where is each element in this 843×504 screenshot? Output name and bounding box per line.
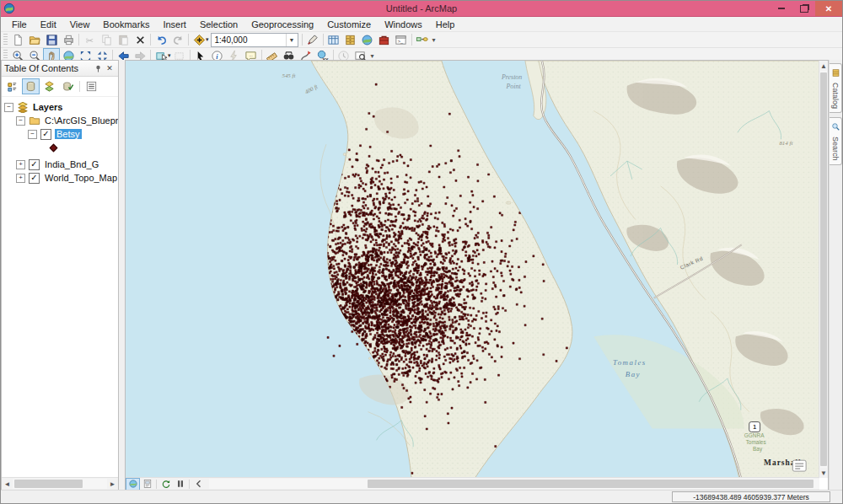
- toolbar-separator: [302, 34, 303, 46]
- list-by-selection-button[interactable]: [59, 78, 77, 94]
- panel-splitter[interactable]: [119, 60, 125, 491]
- side-tab-label: Search: [831, 137, 840, 161]
- collapse-icon[interactable]: −: [4, 103, 13, 112]
- menu-file[interactable]: File: [5, 19, 34, 30]
- copy-icon: [100, 34, 113, 46]
- menu-view[interactable]: View: [63, 19, 97, 30]
- map-horizontal-scrollbar[interactable]: [209, 479, 819, 489]
- point-symbol-swatch[interactable]: [50, 143, 58, 152]
- editor-toolbar-icon: [306, 34, 319, 46]
- expand-icon[interactable]: +: [16, 174, 25, 183]
- table-window-icon: [327, 34, 340, 46]
- toc-tree-row: −✓Betsy: [2, 127, 118, 141]
- close-panel-icon[interactable]: ✕: [104, 62, 115, 74]
- list-by-source-button[interactable]: [22, 78, 40, 94]
- map-scale-combo[interactable]: 1:40,000▼: [211, 33, 298, 47]
- toolbar-grip[interactable]: [3, 34, 8, 46]
- globe-window-button[interactable]: [359, 32, 376, 47]
- scroll-right-arrow-icon[interactable]: ►: [107, 479, 118, 489]
- layers-root-label[interactable]: Layers: [31, 102, 64, 112]
- arctoolbox-icon: [378, 34, 390, 46]
- menu-windows[interactable]: Windows: [378, 19, 429, 30]
- side-tab-catalog[interactable]: Catalog: [830, 63, 842, 113]
- toc-tree-row: +✓India_Bnd_G: [2, 158, 118, 171]
- layout-view-button[interactable]: [140, 478, 154, 491]
- map-label: Preston: [501, 73, 522, 81]
- list-by-visibility-button[interactable]: [40, 78, 58, 94]
- map-vertical-scrollbar[interactable]: ▲ ▼: [819, 61, 828, 478]
- open-folder-icon: [29, 34, 41, 46]
- editor-toolbar-button[interactable]: [304, 32, 321, 47]
- scroll-down-arrow-icon[interactable]: ▼: [819, 468, 828, 478]
- print-button[interactable]: [60, 32, 77, 47]
- delete-x-button[interactable]: [132, 32, 148, 47]
- toolbar-separator: [323, 34, 324, 46]
- pause-drawing-button[interactable]: [173, 478, 187, 491]
- search-tab-icon: [831, 120, 840, 135]
- chevron-down-icon: ▼: [286, 34, 298, 46]
- minimize-button[interactable]: [770, 1, 792, 16]
- menu-geoprocessing[interactable]: Geoprocessing: [244, 19, 320, 30]
- map-overflow-widget[interactable]: [792, 460, 806, 471]
- open-folder-button[interactable]: [26, 32, 43, 47]
- save-button[interactable]: [43, 32, 60, 47]
- undo-button[interactable]: [153, 32, 169, 47]
- new-document-button[interactable]: [9, 32, 26, 47]
- map-label: Bay: [753, 446, 763, 453]
- layer-visibility-checkbox[interactable]: ✓: [29, 159, 40, 170]
- menu-insert[interactable]: Insert: [156, 19, 193, 30]
- scroll-up-arrow-icon[interactable]: ▲: [819, 61, 828, 71]
- docked-tab-strip: CatalogSearch: [829, 60, 842, 491]
- globe-window-icon: [361, 34, 373, 46]
- paste-button: [115, 32, 132, 47]
- table-window-button[interactable]: [325, 32, 342, 47]
- layer-label-india-bnd-g[interactable]: India_Bnd_G: [43, 159, 100, 169]
- data-view-button[interactable]: [126, 478, 140, 491]
- layer-label-betsy[interactable]: Betsy: [55, 129, 82, 139]
- side-tab-search[interactable]: Search: [830, 117, 842, 165]
- collapse-icon[interactable]: −: [28, 130, 37, 139]
- menu-customize[interactable]: Customize: [320, 19, 378, 30]
- map-label: GGNRA: [744, 432, 765, 438]
- toolbar-overflow-icon[interactable]: ▾: [371, 52, 374, 60]
- folder-icon: [29, 115, 40, 126]
- map-label: Point: [506, 83, 522, 90]
- add-data-button[interactable]: [191, 32, 207, 47]
- modelbuilder-button[interactable]: [414, 32, 431, 47]
- refresh-view-button[interactable]: [158, 478, 173, 491]
- toolbar-separator: [78, 34, 79, 46]
- map-label: Tomales: [746, 439, 766, 445]
- catalog-window-button[interactable]: [342, 32, 359, 47]
- list-by-drawing-order-button[interactable]: [3, 78, 21, 94]
- toc-horizontal-scrollbar[interactable]: ◄ ►: [2, 477, 118, 490]
- toolbar-overflow-icon[interactable]: ▾: [432, 36, 436, 44]
- status-bar: -13689438.489 4605939.377 Meters: [1, 490, 842, 503]
- layer-visibility-checkbox[interactable]: ✓: [40, 129, 51, 140]
- pin-icon[interactable]: [92, 62, 104, 74]
- map-canvas[interactable]: 545 ft400 ftPrestonPoint814 ftClark RdTo…: [126, 61, 819, 478]
- layer-visibility-checkbox[interactable]: ✓: [29, 173, 40, 184]
- scroll-left-arrow-icon[interactable]: ◄: [2, 479, 13, 489]
- toc-options-button[interactable]: [83, 78, 100, 94]
- expand-icon[interactable]: +: [16, 160, 25, 169]
- side-tab-label: Catalog: [831, 83, 840, 109]
- close-button[interactable]: ✕: [815, 1, 842, 16]
- copy-button: [98, 32, 115, 47]
- title-bar[interactable]: Untitled - ArcMap ✕: [1, 1, 842, 17]
- toc-tree-row: −Layers: [2, 100, 118, 114]
- toc-toolbar: [2, 77, 118, 97]
- chevron-down-icon[interactable]: ▾: [206, 36, 209, 43]
- menu-bookmarks[interactable]: Bookmarks: [96, 19, 156, 30]
- layer-label-world-topo-map[interactable]: World_Topo_Map: [43, 173, 118, 183]
- menu-selection[interactable]: Selection: [193, 19, 244, 30]
- group-layer-label[interactable]: C:\ArcGIS_Blueprint_Pyth: [43, 115, 118, 126]
- menu-help[interactable]: Help: [429, 19, 462, 30]
- toc-header[interactable]: Table Of Contents ✕: [2, 61, 118, 77]
- python-window-button[interactable]: >_: [393, 32, 410, 47]
- menu-bar: FileEditViewBookmarksInsertSelectionGeop…: [1, 17, 842, 32]
- restore-button[interactable]: [792, 1, 815, 16]
- scroll-left-button[interactable]: [191, 478, 206, 491]
- collapse-icon[interactable]: −: [16, 116, 25, 126]
- arctoolbox-button[interactable]: [376, 32, 393, 47]
- menu-edit[interactable]: Edit: [34, 19, 63, 30]
